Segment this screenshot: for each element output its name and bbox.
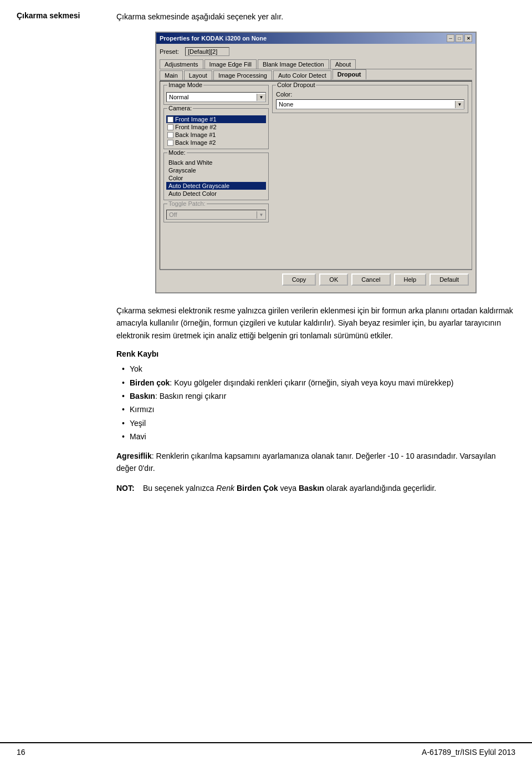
color-field-label: Color:: [276, 91, 464, 98]
note-italic-renk: Renk: [216, 484, 234, 493]
preset-row: Preset: [Default][2]: [160, 47, 472, 56]
toggle-patch-value: Off: [167, 210, 257, 219]
checkbox-front1[interactable]: ✓: [167, 116, 173, 123]
tab-blank-image-detection[interactable]: Blank Image Detection: [258, 59, 329, 69]
color-dropout-title: Color Dropout: [276, 82, 316, 88]
help-button[interactable]: Help: [394, 273, 427, 286]
note-row: NOT: Bu seçenek yalnızca Renk Birden Çok…: [116, 482, 515, 494]
tab-layout[interactable]: Layout: [184, 70, 212, 80]
copy-button[interactable]: Copy: [282, 273, 316, 286]
note-bold-birden: Birden Çok: [237, 484, 278, 493]
cancel-button[interactable]: Cancel: [351, 273, 390, 286]
footer-bar: 16 A-61789_tr/ISIS Eylül 2013: [0, 742, 532, 761]
tab-adjustments[interactable]: Adjustments: [160, 59, 203, 69]
dialog-titlebar: Properties for KODAK i3200 on None ─ □ ✕: [156, 33, 475, 44]
note-label: NOT:: [116, 482, 139, 494]
camera-item-back1[interactable]: Back Image #1: [166, 131, 266, 139]
bullet-yok: Yok: [122, 363, 515, 375]
camera-item-back2[interactable]: Back Image #2: [166, 139, 266, 146]
bullet-list: Yok Birden çok: Koyu gölgeler dışındaki …: [116, 363, 515, 443]
dialog-window: Properties for KODAK i3200 on None ─ □ ✕…: [155, 32, 477, 293]
camera-list: ✓ Front Image #1 Front Image #2: [166, 115, 266, 146]
tab-about[interactable]: About: [330, 59, 356, 69]
mode-title: Mode:: [167, 149, 187, 156]
color-dropout-group: Color Dropout Color: None ▼: [272, 85, 468, 113]
image-mode-group: Image Mode Normal ▼: [163, 85, 269, 105]
default-button[interactable]: Default: [429, 273, 469, 286]
dialog-footer: Copy OK Cancel Help Default: [160, 270, 472, 289]
color-dropdown-arrow[interactable]: ▼: [455, 101, 464, 108]
bullet-baskin: Baskın: Baskın rengi çıkarır: [122, 390, 515, 402]
tab-image-processing[interactable]: Image Processing: [213, 70, 272, 80]
tab-image-edge-fill[interactable]: Image Edge Fill: [204, 59, 257, 69]
mode-bw[interactable]: Black and White: [166, 159, 266, 166]
footer-page-number: 16: [17, 748, 25, 757]
minimize-button[interactable]: ─: [447, 34, 454, 42]
body-paragraph1: Çıkarma sekmesi elektronik resme yalnızc…: [116, 305, 515, 342]
mode-color[interactable]: Color: [166, 174, 266, 182]
intro-text: Çıkarma sekmesinde aşağıdaki seçenek yer…: [116, 11, 515, 23]
toggle-patch-label: Toggle Patch:: [167, 200, 207, 207]
note-bold-baskin: Baskın: [299, 484, 324, 493]
bullet-kirmizi: Kırmızı: [122, 403, 515, 415]
mode-group: Mode: Black and White Grayscale Color Au…: [163, 153, 269, 200]
preset-label: Preset:: [160, 48, 182, 55]
camera-group: Camera: ✓ Front Image #1: [163, 108, 269, 149]
agresiflik-content: : Renklerin çıkarılma kapsamını ayarlama…: [116, 451, 496, 473]
renk-kaybi-heading: Renk Kaybı: [116, 349, 515, 358]
maximize-button[interactable]: □: [456, 34, 463, 42]
titlebar-controls: ─ □ ✕: [447, 34, 472, 42]
tab-auto-color-detect[interactable]: Auto Color Detect: [273, 70, 331, 80]
preset-input[interactable]: [Default][2]: [185, 47, 229, 56]
ok-button[interactable]: OK: [319, 273, 348, 286]
section-title: Çıkarma sekmesi: [17, 11, 105, 20]
mode-list: Black and White Grayscale Color Auto Det…: [166, 159, 266, 197]
mode-grayscale[interactable]: Grayscale: [166, 166, 266, 174]
image-mode-title: Image Mode: [167, 82, 203, 88]
note-text: Bu seçenek yalnızca Renk Birden Çok veya…: [143, 482, 515, 494]
checkbox-back1[interactable]: [167, 132, 173, 138]
bullet-mavi: Mavi: [122, 430, 515, 443]
checkbox-back2[interactable]: [167, 140, 173, 146]
bullet-birden: Birden çok: Koyu gölgeler dışındaki renk…: [122, 377, 515, 389]
right-panel: Color Dropout Color: None ▼: [272, 85, 468, 266]
image-mode-dropdown[interactable]: ▼: [257, 94, 265, 101]
close-button[interactable]: ✕: [464, 34, 472, 42]
bullet-yesil: Yeşil: [122, 417, 515, 429]
agresiflik-text: Agresiflik: Renklerin çıkarılma kapsamın…: [116, 450, 515, 475]
footer-doc-info: A-61789_tr/ISIS Eylül 2013: [422, 748, 515, 757]
mode-auto-color[interactable]: Auto Detect Color: [166, 190, 266, 197]
camera-item-front1[interactable]: ✓ Front Image #1: [166, 115, 266, 123]
tab-dropout[interactable]: Dropout: [332, 69, 366, 80]
checkbox-front2[interactable]: [167, 124, 173, 130]
tab-main[interactable]: Main: [160, 70, 183, 80]
dialog-title: Properties for KODAK i3200 on None: [160, 35, 267, 42]
color-value: None: [277, 100, 455, 109]
mode-auto-gray[interactable]: Auto Detect Grayscale: [166, 182, 266, 190]
camera-item-front2[interactable]: Front Image #2: [166, 123, 266, 131]
agresiflik-label: Agresiflik: [116, 451, 152, 460]
toggle-patch-group: Toggle Patch: Off ▼: [163, 204, 269, 222]
camera-title: Camera:: [167, 105, 193, 111]
dialog-body: Preset: [Default][2] Adjustments Image E…: [156, 44, 475, 292]
image-mode-value: Normal: [167, 93, 257, 102]
dialog-wrapper: Properties for KODAK i3200 on None ─ □ ✕…: [116, 32, 515, 293]
toggle-patch-dropdown[interactable]: ▼: [257, 211, 265, 219]
